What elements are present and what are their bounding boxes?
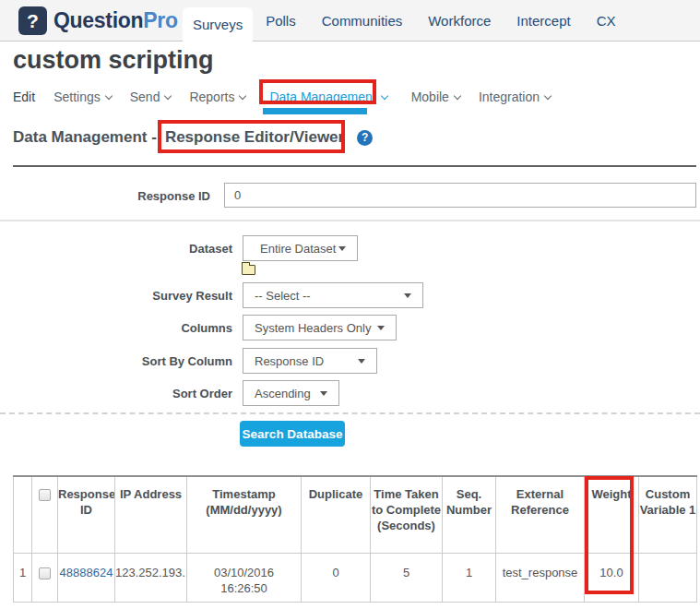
subnav-item-send[interactable]: Send	[130, 90, 172, 104]
header-ip-address: IP Address	[115, 476, 187, 553]
dashed-divider	[0, 412, 700, 414]
header-seq-number: Seq. Number	[443, 476, 496, 553]
header-custom-variable-1: Custom Variable 1	[639, 476, 697, 553]
subnav-item-reports[interactable]: Reports	[189, 90, 245, 104]
cell-external-reference: test_response	[496, 553, 585, 602]
cell-seq-number: 1	[443, 553, 496, 602]
subnav-item-label: Mobile	[411, 90, 449, 104]
subnav-item-mobile[interactable]: Mobile	[411, 90, 460, 104]
subnav-item-integration[interactable]: Integration	[479, 90, 551, 104]
subnav-item-edit[interactable]: Edit	[13, 90, 35, 104]
chevron-down-icon	[104, 92, 112, 100]
header-timestamp: Timestamp (MM/dd/yyyy)	[187, 476, 302, 553]
cell-response-id: 48888624	[58, 553, 115, 602]
subnav-item-label: Settings	[53, 90, 101, 104]
sort-order-selected-value: Ascending	[255, 387, 311, 400]
survey-result-select[interactable]: -- Select --	[243, 282, 423, 308]
header-time-taken: Time Taken to Complete (Seconds)	[371, 476, 443, 553]
header-weight: Weight	[585, 476, 639, 553]
questionpro-logo-icon: ?	[18, 6, 47, 35]
active-nav-underline	[263, 108, 367, 114]
tab-communities[interactable]: Communities	[309, 0, 416, 42]
subnav-item-label: Reports	[189, 90, 234, 104]
sort-order-label: Sort Order	[0, 387, 232, 400]
columns-select[interactable]: System Headers Only	[243, 315, 397, 340]
top-nav-bar: ? QuestionPro Surveys Polls Communities …	[0, 0, 700, 42]
subnav-item-label: Send	[130, 90, 160, 104]
cell-row-number: 1	[14, 553, 32, 602]
survey-sub-nav: Edit Settings Send Reports Data Manageme…	[13, 90, 551, 104]
tab-surveys[interactable]: Surveys	[183, 7, 253, 42]
dataset-selected-value: Entire Dataset	[260, 242, 336, 256]
form-divider	[0, 220, 700, 221]
cell-custom-variable-1	[639, 553, 697, 602]
section-divider	[13, 165, 696, 167]
results-table: Response ID IP Address Timestamp (MM/dd/…	[13, 475, 697, 603]
cell-ip-address: 123.252.193.148	[115, 553, 187, 602]
section-title-highlight: Response Editor/Viewer	[165, 128, 344, 147]
sort-order-select[interactable]: Ascending	[243, 380, 339, 406]
questionpro-logo-text: QuestionPro	[53, 8, 178, 33]
subnav-item-settings[interactable]: Settings	[53, 90, 112, 104]
table-header-row: Response ID IP Address Timestamp (MM/dd/…	[14, 476, 697, 553]
tab-polls[interactable]: Polls	[253, 0, 309, 42]
cell-duplicate: 0	[302, 553, 371, 602]
chevron-down-icon	[544, 92, 552, 100]
page-title: custom scripting	[13, 46, 214, 75]
header-duplicate: Duplicate	[302, 476, 371, 553]
help-icon[interactable]: ?	[357, 130, 373, 146]
questionpro-logo[interactable]: ? QuestionPro	[18, 6, 178, 35]
header-response-id: Response ID	[58, 476, 115, 553]
cell-timestamp: 03/10/2016 16:26:50	[187, 553, 302, 602]
survey-result-label: Survey Result	[0, 289, 232, 303]
subnav-item-label: Data Management	[269, 90, 375, 104]
cell-time-taken: 5	[371, 553, 443, 602]
columns-selected-value: System Headers Only	[255, 321, 371, 335]
caret-down-icon	[358, 359, 365, 364]
chevron-down-icon	[454, 92, 461, 100]
tab-intercept[interactable]: Intercept	[504, 0, 583, 42]
brand-word-pro: Pro	[143, 8, 177, 32]
tab-cx[interactable]: CX	[584, 0, 629, 42]
response-id-link[interactable]: 48888624	[60, 566, 113, 579]
caret-down-icon	[404, 293, 411, 298]
header-external-reference: External Reference	[496, 476, 585, 553]
product-tabs: Surveys Polls Communities Workforce Inte…	[183, 0, 629, 42]
tab-workforce[interactable]: Workforce	[415, 0, 504, 42]
sort-by-column-select[interactable]: Response ID	[243, 348, 377, 374]
section-header: Data Management - Response Editor/Viewer…	[13, 128, 373, 147]
sort-by-column-selected-value: Response ID	[255, 354, 324, 368]
survey-result-selected-value: -- Select --	[255, 289, 311, 303]
sort-by-column-label: Sort By Column	[0, 354, 232, 368]
brand-word-question: Question	[53, 8, 143, 32]
section-title-prefix: Data Management -	[13, 128, 157, 147]
cell-weight: 10.0	[585, 553, 639, 602]
chevron-down-icon	[380, 92, 387, 100]
header-row-number	[14, 476, 32, 553]
folder-icon[interactable]	[242, 265, 255, 275]
chevron-down-icon	[239, 92, 246, 100]
subnav-item-data-management[interactable]: Data Management	[264, 90, 392, 104]
response-id-label: Response ID	[0, 189, 210, 203]
search-database-button[interactable]: Search Database	[240, 421, 345, 447]
table-row: 1 48888624 123.252.193.148 03/10/2016 16…	[14, 553, 697, 602]
timestamp-time: 16:26:50	[187, 580, 301, 596]
header-select-all	[32, 476, 58, 553]
caret-down-icon	[377, 326, 385, 330]
select-all-checkbox[interactable]	[39, 489, 51, 501]
caret-down-icon	[338, 246, 346, 251]
columns-label: Columns	[0, 321, 232, 335]
caret-down-icon	[320, 391, 327, 396]
dataset-label: Dataset	[0, 242, 232, 256]
row-checkbox[interactable]	[39, 567, 51, 579]
chevron-down-icon	[164, 92, 172, 100]
dataset-select[interactable]: Entire Dataset	[243, 235, 358, 261]
timestamp-date: 03/10/2016	[187, 565, 301, 580]
response-id-input[interactable]	[224, 183, 696, 208]
cell-select	[32, 553, 58, 602]
subnav-item-label: Integration	[479, 90, 540, 104]
